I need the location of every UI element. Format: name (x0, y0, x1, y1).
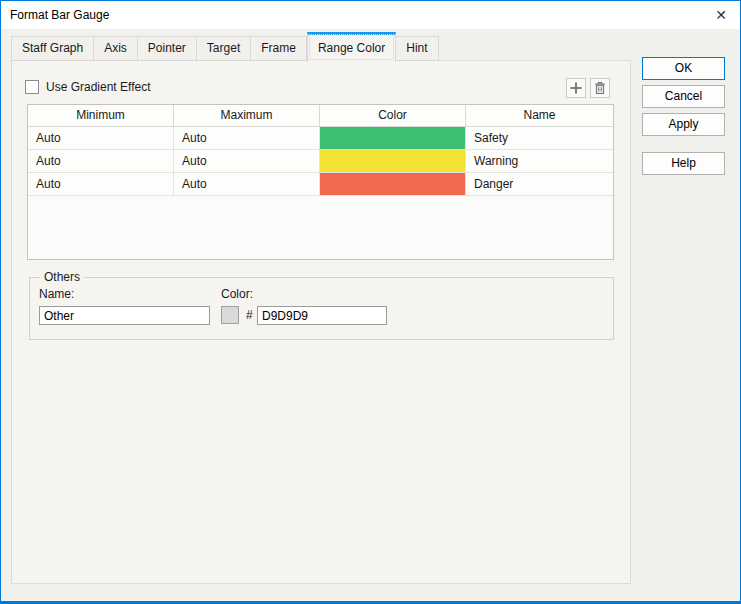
close-icon[interactable]: ✕ (712, 6, 730, 24)
cancel-button[interactable]: Cancel (642, 85, 725, 108)
tab-staff-graph[interactable]: Staff Graph (11, 36, 94, 61)
trash-icon (593, 81, 607, 95)
table-cell-color-swatch[interactable] (320, 127, 466, 150)
apply-button[interactable]: Apply (642, 113, 725, 136)
table-cell-maximum[interactable]: Auto (174, 127, 320, 150)
table-cell-name[interactable]: Warning (466, 150, 613, 173)
tab-range-color[interactable]: Range Color (307, 32, 396, 62)
column-header-name: Name (466, 105, 613, 127)
format-bar-gauge-dialog: Format Bar Gauge ✕ Staff Graph Axis Poin… (0, 0, 741, 604)
ok-button[interactable]: OK (642, 57, 725, 80)
column-header-minimum: Minimum (28, 105, 174, 127)
column-header-color: Color (320, 105, 466, 127)
table-cell-color-swatch[interactable] (320, 150, 466, 173)
name-label: Name: (39, 288, 74, 301)
color-label: Color: (221, 288, 253, 301)
hash-label: # (246, 306, 253, 325)
other-name-input[interactable] (39, 306, 210, 325)
help-button[interactable]: Help (642, 152, 725, 175)
window-title: Format Bar Gauge (10, 8, 109, 22)
table-cell-name[interactable]: Safety (466, 127, 613, 150)
table-cell-minimum[interactable]: Auto (28, 173, 174, 196)
column-header-maximum: Maximum (174, 105, 320, 127)
range-color-table: Minimum Maximum Color Name Auto Auto Saf… (27, 104, 614, 260)
table-cell-minimum[interactable]: Auto (28, 150, 174, 173)
other-color-swatch[interactable] (221, 306, 239, 324)
delete-range-button[interactable] (590, 78, 610, 98)
other-color-hex-input[interactable] (257, 306, 387, 325)
range-color-panel: Use Gradient Effect Minimum Maximum (11, 60, 631, 584)
tab-frame[interactable]: Frame (251, 36, 307, 61)
table-cell-maximum[interactable]: Auto (174, 150, 320, 173)
others-legend: Others (40, 271, 84, 284)
plus-icon (569, 81, 583, 95)
table-cell-name[interactable]: Danger (466, 173, 613, 196)
others-groupbox: Others Name: Color: # (29, 277, 614, 340)
tab-hint[interactable]: Hint (396, 36, 438, 61)
tab-axis[interactable]: Axis (94, 36, 138, 61)
tab-bar: Staff Graph Axis Pointer Target Frame Ra… (11, 31, 439, 61)
tab-pointer[interactable]: Pointer (138, 36, 197, 61)
use-gradient-checkbox[interactable] (25, 80, 39, 94)
add-range-button[interactable] (566, 78, 586, 98)
table-cell-minimum[interactable]: Auto (28, 127, 174, 150)
tab-target[interactable]: Target (197, 36, 251, 61)
table-cell-color-swatch[interactable] (320, 173, 466, 196)
titlebar[interactable]: Format Bar Gauge ✕ (1, 1, 740, 29)
use-gradient-label: Use Gradient Effect (46, 80, 151, 94)
table-cell-maximum[interactable]: Auto (174, 173, 320, 196)
